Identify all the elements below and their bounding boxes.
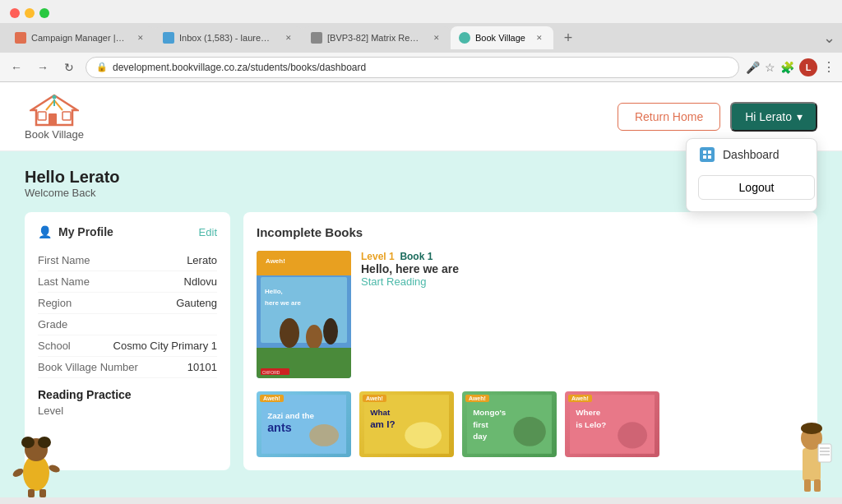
svg-point-37 <box>618 422 647 448</box>
aweh-badge: Aweh! <box>568 395 592 402</box>
tab-inbox[interactable]: Inbox (1,583) - lauren@book... ✕ <box>155 26 303 49</box>
svg-point-41 <box>38 437 51 448</box>
tab-campaign-manager[interactable]: Campaign Manager | Mailchi... ✕ <box>7 26 155 49</box>
svg-text:Hello,: Hello, <box>265 288 283 295</box>
profile-row-lastname: Last Name Ndlovu <box>38 271 217 293</box>
svg-rect-8 <box>703 155 706 159</box>
traffic-lights <box>0 0 842 23</box>
tab-favicon <box>163 32 174 44</box>
tab-menu-button[interactable]: ⌄ <box>823 29 835 47</box>
svg-text:first: first <box>473 420 488 429</box>
character-left-illustration <box>10 407 63 497</box>
return-home-button[interactable]: Return Home <box>618 103 720 131</box>
svg-point-15 <box>280 318 299 348</box>
books-section-title: Incomplete Books <box>257 225 804 239</box>
svg-point-43 <box>48 464 61 474</box>
reload-button[interactable]: ↻ <box>59 58 79 77</box>
tab-bar: Campaign Manager | Mailchi... ✕ Inbox (1… <box>0 23 842 53</box>
address-input[interactable]: 🔒 development.bookvillage.co.za/students… <box>86 57 739 78</box>
more-options-icon[interactable]: ⋮ <box>822 59 835 75</box>
svg-text:What: What <box>370 408 391 417</box>
tab-close-icon[interactable]: ✕ <box>135 32 146 44</box>
profile-row-grade: Grade <box>38 314 217 335</box>
maximize-button[interactable] <box>39 8 49 18</box>
tab-favicon <box>459 32 470 44</box>
svg-text:am I?: am I? <box>370 418 395 429</box>
svg-text:Mongo's: Mongo's <box>473 408 507 417</box>
start-reading-link[interactable]: Start Reading <box>361 275 459 288</box>
svg-text:Zazi and the: Zazi and the <box>267 411 314 420</box>
tab-close-icon[interactable]: ✕ <box>431 32 442 44</box>
svg-text:ants: ants <box>267 421 291 434</box>
book-thumbnail-ants[interactable]: Aweh! Zazi and the ants <box>257 391 351 457</box>
microphone-icon[interactable]: 🎤 <box>746 61 760 74</box>
bookmark-icon[interactable]: ☆ <box>765 61 775 74</box>
dropdown-dashboard-item[interactable]: Dashboard <box>687 139 817 170</box>
svg-point-17 <box>323 318 338 344</box>
svg-point-48 <box>801 423 822 434</box>
svg-rect-1 <box>49 113 57 125</box>
svg-rect-6 <box>703 150 706 154</box>
address-bar: ← → ↻ 🔒 development.bookvillage.co.za/st… <box>0 53 842 82</box>
profile-title: 👤 My Profile <box>38 225 113 238</box>
svg-rect-44 <box>28 489 35 497</box>
svg-text:day: day <box>473 432 487 441</box>
featured-book-cover[interactable]: Hello, here we are OXFORD <box>257 251 351 378</box>
tab-close-icon[interactable]: ✕ <box>534 32 545 44</box>
aweh-badge: Aweh! <box>260 395 284 402</box>
featured-book: Hello, here we are OXFORD <box>257 251 804 378</box>
dashboard-icon <box>700 147 715 162</box>
svg-point-40 <box>21 437 35 448</box>
svg-rect-7 <box>708 150 711 154</box>
profile-row-region: Region Gauteng <box>38 293 217 314</box>
svg-point-42 <box>12 467 25 479</box>
extension-icon[interactable]: 🧩 <box>780 61 794 74</box>
back-button[interactable]: ← <box>7 58 26 77</box>
svg-point-33 <box>513 417 545 446</box>
aweh-badge: Aweh! <box>465 395 489 402</box>
svg-text:here we are: here we are <box>265 299 302 307</box>
tab-close-icon[interactable]: ✕ <box>283 32 294 44</box>
svg-text:OXFORD: OXFORD <box>262 370 280 375</box>
profile-fields: First Name Lerato Last Name Ndlovu Regio… <box>38 250 217 378</box>
svg-text:Where: Where <box>576 408 601 417</box>
svg-rect-2 <box>38 112 46 120</box>
dropdown-arrow-icon: ▾ <box>797 110 803 123</box>
books-thumbnails-row: Aweh! Zazi and the ants Aweh! <box>257 391 804 457</box>
dropdown-menu: Dashboard Logout <box>686 138 817 212</box>
tab-book-village[interactable]: Book Village ✕ <box>451 26 553 49</box>
svg-text:is Lelo?: is Lelo? <box>576 420 606 429</box>
edit-link[interactable]: Edit <box>199 226 217 238</box>
tab-matrix[interactable]: [BVP3-82] Matrix Rewrite - J... ✕ <box>303 26 451 49</box>
book-cover-illustration: Hello, here we are OXFORD <box>257 251 351 378</box>
character-right-illustration <box>790 391 835 497</box>
forward-button[interactable]: → <box>33 58 53 77</box>
book-thumbnail-where[interactable]: Aweh! Where is Lelo? <box>565 391 659 457</box>
profile-header: 👤 My Profile Edit <box>38 225 217 238</box>
svg-rect-3 <box>62 112 71 120</box>
svg-point-16 <box>306 325 322 349</box>
logo[interactable]: Book Village <box>25 92 84 141</box>
minimize-button[interactable] <box>25 8 35 18</box>
book-thumbnail-mongo[interactable]: Aweh! Mongo's first day <box>462 391 557 457</box>
profile-avatar[interactable]: L <box>799 58 817 76</box>
books-panel: Incomplete Books Hello, her <box>243 212 817 470</box>
book-thumbnail-what[interactable]: Aweh! What am I? <box>359 391 454 457</box>
site-header: Book Village Return Home Hi Lerato ▾ Das… <box>0 82 842 151</box>
profile-row-firstname: First Name Lerato <box>38 250 217 271</box>
book-level: Level 1 Book 1 <box>361 251 459 262</box>
browser-chrome: Campaign Manager | Mailchi... ✕ Inbox (1… <box>0 0 842 82</box>
aweh-badge: Aweh! <box>363 395 386 402</box>
hi-lerato-button[interactable]: Hi Lerato ▾ <box>730 102 817 132</box>
address-icons: 🎤 ☆ 🧩 L ⋮ <box>746 58 835 76</box>
character-right <box>790 391 835 497</box>
book-badge: Aweh! <box>261 256 289 266</box>
reading-section: Reading Practice Level <box>38 388 217 417</box>
profile-icon: 👤 <box>38 225 52 238</box>
featured-book-meta: Level 1 Book 1 Hello, here we are Start … <box>361 251 459 288</box>
new-tab-button[interactable]: + <box>557 26 580 49</box>
close-button[interactable] <box>10 8 20 18</box>
svg-point-24 <box>309 424 339 446</box>
content-layout: 👤 My Profile Edit First Name Lerato Last… <box>25 212 817 470</box>
logout-button[interactable]: Logout <box>698 175 815 200</box>
